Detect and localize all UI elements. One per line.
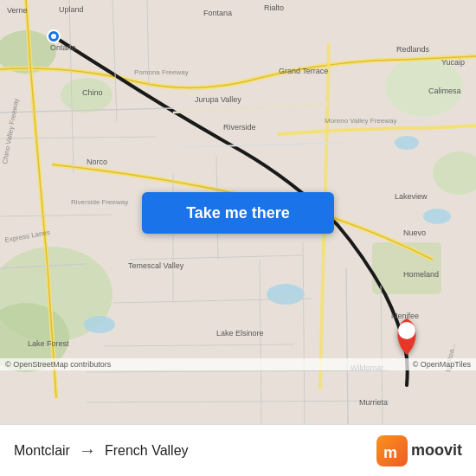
svg-text:Ontario: Ontario (50, 43, 76, 52)
svg-text:Pomona Freeway: Pomona Freeway (134, 68, 189, 76)
moovit-logo: m moovit (376, 435, 462, 466)
map-container: Verne Upland Ontario Chino Valley Freewa… (0, 0, 476, 424)
svg-point-62 (398, 322, 415, 339)
svg-text:Lake Elsinore: Lake Elsinore (216, 329, 264, 338)
route-arrow: → (79, 441, 96, 460)
svg-text:Calimesa: Calimesa (428, 87, 461, 95)
map-attribution: © OpenStreetMap contributors © OpenMapTi… (0, 358, 476, 370)
svg-text:Norco: Norco (87, 158, 107, 166)
svg-point-9 (267, 284, 305, 305)
svg-text:Riverside Freeway: Riverside Freeway (71, 198, 128, 206)
destination-label: French Valley (105, 443, 189, 459)
svg-text:Redlands: Redlands (396, 45, 430, 54)
svg-text:Fontana: Fontana (203, 9, 232, 17)
route-info: Montclair → French Valley (14, 441, 189, 460)
take-me-there-button[interactable]: Take me there (142, 192, 334, 234)
svg-text:Temescal Valley: Temescal Valley (128, 261, 184, 270)
svg-text:Homeland: Homeland (403, 270, 439, 279)
svg-text:m: m (383, 444, 397, 461)
svg-text:Nuevo: Nuevo (403, 228, 426, 237)
origin-label: Montclair (14, 443, 70, 459)
svg-text:Chino: Chino (82, 88, 103, 97)
svg-text:Yucaip: Yucaip (441, 58, 465, 67)
svg-text:Lake Forest: Lake Forest (28, 339, 69, 348)
svg-text:Rialto: Rialto (264, 3, 284, 12)
svg-text:Upland: Upland (59, 5, 84, 14)
svg-text:Lakeview: Lakeview (395, 192, 428, 201)
footer: Montclair → French Valley m moovit (0, 424, 476, 476)
moovit-icon: m (376, 435, 408, 466)
svg-point-61 (51, 34, 56, 39)
svg-point-8 (84, 316, 115, 333)
svg-text:Menifee: Menifee (391, 312, 419, 320)
svg-text:Riverside: Riverside (223, 123, 256, 132)
svg-text:Grand Terrace: Grand Terrace (279, 67, 328, 75)
svg-text:Jurupa Valley: Jurupa Valley (195, 95, 241, 104)
svg-text:Moreno Valley Freeway: Moreno Valley Freeway (325, 117, 396, 125)
svg-text:Murrieta: Murrieta (359, 398, 388, 407)
svg-point-11 (423, 209, 451, 224)
moovit-text: moovit (411, 441, 462, 460)
attribution-left: © OpenStreetMap contributors (5, 360, 111, 369)
svg-text:Verne: Verne (7, 6, 28, 15)
attribution-right: © OpenMapTiles (413, 360, 471, 369)
svg-point-10 (395, 136, 419, 150)
